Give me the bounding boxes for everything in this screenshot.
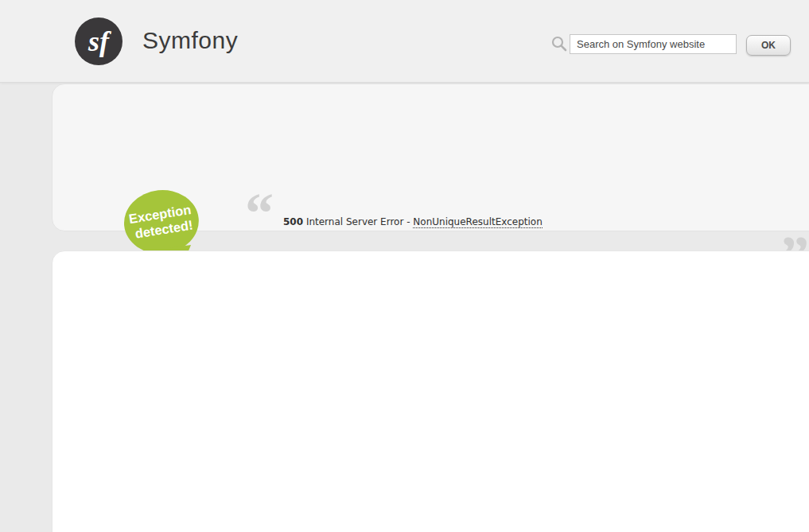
stack-trace-panel: Stack Trace 1.in /var/www/ascavideo31/ve… xyxy=(52,250,809,532)
exception-class-abbr: NonUniqueResultException xyxy=(413,216,542,228)
search-icon xyxy=(551,36,567,52)
brand-title: Symfony xyxy=(142,27,238,54)
separator: - xyxy=(403,216,413,227)
exception-banner: Exception detected! “ ” xyxy=(52,83,809,231)
symfony-error-page: sf Symfony OK Exception detected! xyxy=(0,0,809,532)
open-quote: “ xyxy=(245,197,274,229)
search-ok-button[interactable]: OK xyxy=(746,35,791,56)
logo-monogram: sf xyxy=(88,25,111,57)
error-message: 500 Internal Server Error - NonUniqueRes… xyxy=(283,216,543,227)
symfony-logo-icon: sf xyxy=(75,17,123,65)
status-text-label: Internal Server Error xyxy=(306,216,403,227)
page-header: sf Symfony OK xyxy=(0,0,809,83)
status-code: 500 xyxy=(283,216,303,227)
search-input[interactable] xyxy=(570,34,737,54)
